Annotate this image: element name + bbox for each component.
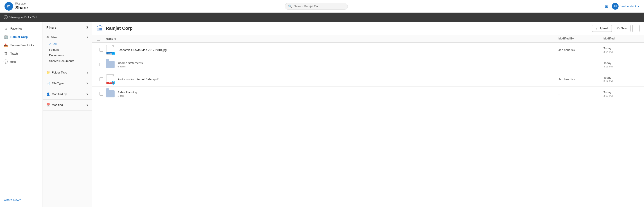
modified-date: Today (604, 91, 640, 94)
file-name: Income Statements (118, 61, 143, 65)
table-row[interactable]: PDF 🌐 Protocols for Internet Safety.pdf … (92, 72, 644, 87)
folder-icon (106, 90, 114, 97)
grid-view-icon[interactable]: ⊞ (605, 4, 608, 9)
chevron-down-icon: ∨ (86, 82, 88, 85)
chevron-down-icon: ▾ (638, 5, 640, 8)
new-button[interactable]: ⧉ New (614, 25, 630, 32)
brand-text: iManage Share (15, 2, 28, 10)
sidebar-item-help[interactable]: ? Help (0, 58, 42, 66)
file-cell: Income Statements 4 Items (106, 60, 558, 69)
logo-area: m iManage Share (4, 2, 28, 11)
file-sub: 4 Items (118, 65, 143, 68)
file-name: Protocols for Internet Safety.pdf (118, 78, 158, 81)
row-checkbox-cell (97, 92, 106, 96)
column-modified: Modified (604, 37, 640, 41)
file-name: Sales Planning (118, 91, 137, 94)
filters-panel: Filters ⊻ 👁 View ∧ ✓ All Folders (43, 22, 92, 207)
brand-share: Share (15, 5, 28, 10)
filter-option-documents[interactable]: Documents (43, 53, 92, 58)
sidebar-item-label: Favorites (10, 27, 22, 30)
filter-section-view-header[interactable]: 👁 View ∧ (43, 34, 92, 40)
filter-option-all[interactable]: ✓ All (43, 41, 92, 47)
upload-label: Upload (599, 27, 608, 30)
sidebar-item-favorites[interactable]: ☆ Favorites (0, 24, 42, 33)
chevron-down-icon: ∨ (86, 71, 88, 74)
new-copy-icon: ⧉ (618, 27, 620, 30)
content-title-area: 🏛 Ramjet Corp (97, 25, 132, 32)
file-name: Economic Growth Map 2017-2018.jpg (118, 48, 166, 52)
row-checkbox[interactable] (100, 77, 103, 81)
column-name[interactable]: Name ⇅ (106, 37, 558, 41)
filter-section-modified: 📅 Modified ∨ (43, 100, 92, 110)
modified-date: Today (604, 76, 640, 79)
modified-time: 3:14 PM (604, 51, 640, 53)
table-row[interactable]: JPEG 🌐 Economic Growth Map 2017-2018.jpg… (92, 43, 644, 57)
filters-header: Filters ⊻ (43, 25, 92, 32)
new-label: New (621, 27, 627, 30)
modified-date: Today (604, 47, 640, 50)
modified-by: Jan hendrick (558, 78, 604, 81)
filter-section-folder-type-header[interactable]: 📁 Folder Type ∨ (43, 69, 92, 76)
ramjet-building-icon: 🏛 (97, 25, 103, 32)
table-row[interactable]: Sales Planning 1 Item -- Today 3:13 PM (92, 87, 644, 101)
header-checkbox-cell (97, 37, 106, 41)
view-icon: 👁 (46, 36, 49, 39)
help-icon: ? (4, 60, 8, 64)
user-menu[interactable]: JH Jan hendrick ▾ (612, 3, 640, 10)
file-icon-jpeg: JPEG 🌐 (106, 45, 115, 55)
sidebar-item-secure-sent-links[interactable]: 📤 Secure Sent Links (0, 41, 42, 49)
search-bar[interactable]: 🔍 (285, 3, 348, 10)
close-viewing-button[interactable]: × (4, 15, 8, 19)
viewing-banner: × Viewing as Dolly Rich (0, 13, 644, 22)
modified-by: -- (558, 92, 604, 96)
filter-funnel-icon[interactable]: ⊻ (86, 25, 88, 29)
column-modified-by: Modified By (558, 37, 604, 41)
row-checkbox[interactable] (100, 92, 103, 96)
filter-section-modified-by-header[interactable]: 👤 Modified by ∨ (43, 91, 92, 97)
modified-by: Jan hendrick (558, 48, 604, 52)
star-icon: ☆ (4, 26, 8, 31)
row-checkbox-cell (97, 77, 106, 81)
search-icon: 🔍 (288, 5, 292, 8)
row-checkbox[interactable] (100, 48, 103, 52)
modified-time: 3:13 PM (604, 94, 640, 97)
modified-by: -- (558, 63, 604, 66)
file-cell: PDF 🌐 Protocols for Internet Safety.pdf (106, 74, 558, 84)
filter-section-modified-header[interactable]: 📅 Modified ∨ (43, 102, 92, 108)
upload-icon: 📤 (4, 43, 8, 47)
filter-section-file-type-header[interactable]: 📄 File Type ∨ (43, 80, 92, 86)
file-sub: 1 Item (118, 94, 137, 97)
filter-option-shared-documents[interactable]: Shared Documents (43, 58, 92, 64)
filter-option-folders[interactable]: Folders (43, 47, 92, 53)
sidebar-item-label: Secure Sent Links (10, 44, 34, 47)
upload-arrow-icon: ↑ (596, 27, 598, 30)
content-header: 🏛 Ramjet Corp ↑ Upload ⧉ New ⋮ (92, 22, 644, 35)
sidebar-item-ramjet-corp[interactable]: 🏢 Ramjet Corp (0, 33, 42, 41)
nav-right: ⊞ JH Jan hendrick ▾ (605, 3, 640, 10)
globe-icon: 🌐 (112, 52, 115, 55)
sidebar-item-label: Ramjet Corp (10, 35, 28, 39)
top-navigation: m iManage Share 🔍 ⊞ JH Jan hendrick ▾ (0, 0, 644, 13)
calendar-icon: 📅 (46, 103, 50, 107)
table-header: Name ⇅ Modified By Modified (92, 35, 644, 43)
ellipsis-vertical-icon: ⋮ (634, 26, 638, 31)
trash-icon: 🗑 (4, 51, 8, 56)
row-checkbox[interactable] (100, 63, 103, 66)
select-all-checkbox[interactable] (97, 37, 100, 41)
filter-section-folder-type: 📁 Folder Type ∨ (43, 67, 92, 78)
filters-title: Filters (46, 26, 56, 29)
modified-time: 3:14 PM (604, 80, 640, 83)
upload-button[interactable]: ↑ Upload (592, 25, 612, 32)
filter-section-view: 👁 View ∧ ✓ All Folders Documents Shared … (43, 32, 92, 67)
sort-icon: ⇅ (114, 38, 116, 40)
main-layout: ☆ Favorites 🏢 Ramjet Corp 📤 Secure Sent … (0, 22, 644, 207)
building-icon: 🏢 (4, 35, 8, 39)
whats-new-link[interactable]: What's New? (0, 195, 42, 204)
sidebar-item-trash[interactable]: 🗑 Trash (0, 49, 42, 58)
chevron-up-icon: ∧ (86, 36, 88, 39)
file-cell: JPEG 🌐 Economic Growth Map 2017-2018.jpg (106, 45, 558, 55)
more-actions-button[interactable]: ⋮ (632, 25, 640, 32)
search-input[interactable] (294, 5, 344, 8)
viewing-banner-text: Viewing as Dolly Rich (10, 16, 38, 19)
table-row[interactable]: Income Statements 4 Items -- Today 3:19 … (92, 57, 644, 72)
